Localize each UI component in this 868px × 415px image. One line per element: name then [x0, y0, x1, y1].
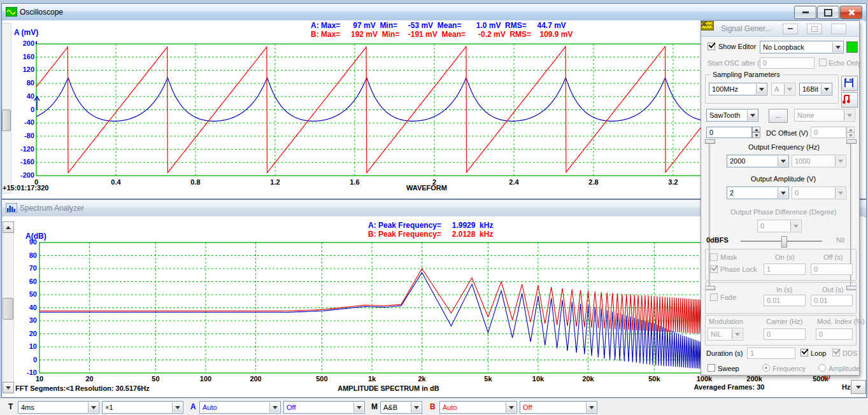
output-frequency-label: Output Frequency (Hz) — [748, 143, 820, 151]
tick-label: 60 — [15, 278, 37, 285]
duration-label: Duration (s) — [706, 349, 743, 357]
channel-a-probe-combo[interactable]: Off — [283, 401, 365, 414]
spectrum-averaged-frames: Averaged Frames: 30 — [678, 383, 780, 391]
combo-arrow-icon[interactable] — [747, 110, 757, 120]
combo-arrow-icon[interactable] — [778, 156, 788, 166]
dialog-minimize-button[interactable] — [783, 24, 798, 34]
combo-arrow-icon[interactable] — [269, 402, 280, 412]
out-s-label: Out (s) — [822, 286, 844, 293]
combo-arrow-icon[interactable] — [172, 402, 182, 412]
signal-generator-titlebar[interactable]: Signal Gener... — [701, 21, 859, 37]
start-osc-label: Start OSC after (s) — [708, 59, 765, 67]
combo-arrow-icon[interactable] — [353, 402, 364, 412]
amplitude-b-combo[interactable]: 0 — [792, 186, 846, 199]
phase-combo[interactable]: 0 — [757, 220, 802, 232]
spectrum-axis-dropdown-button[interactable] — [851, 380, 866, 394]
loopback-combo[interactable]: No Loopback — [760, 41, 844, 53]
combo-arrow-icon[interactable] — [778, 188, 788, 198]
phase-lock-label: Phase Lock — [720, 265, 757, 273]
sampling-channel-combo[interactable]: A — [771, 83, 795, 95]
tick-label: 10 — [15, 342, 37, 350]
duration-input[interactable]: 1 — [747, 348, 795, 359]
mask-checkbox[interactable] — [710, 253, 718, 261]
combo-arrow-icon[interactable] — [835, 188, 845, 198]
dc-offset-a-spinner[interactable] — [752, 127, 760, 138]
combo-arrow-icon[interactable] — [821, 84, 831, 94]
dc-offset-b-input[interactable]: 0 — [811, 127, 846, 138]
sweep-frequency-label: Frequency — [772, 365, 806, 372]
channel-b-probe-combo[interactable]: Off — [520, 401, 597, 414]
save-button[interactable] — [841, 76, 858, 91]
carrier-input[interactable]: 0 — [764, 328, 806, 340]
sampling-rate-combo[interactable]: 100MHz — [709, 83, 767, 95]
dc-offset-label: DC Offset (V) — [766, 129, 808, 137]
mode-combo[interactable]: A&B — [380, 401, 422, 414]
channel-b-range-combo[interactable]: Auto — [439, 401, 517, 414]
dialog-maximize-button[interactable] — [807, 24, 822, 34]
carrier-label: Carrier (Hz) — [766, 318, 802, 325]
fade-out-input[interactable]: 0.01 — [811, 295, 853, 306]
amplitude-slider-a-thumb[interactable] — [705, 139, 715, 144]
combo-arrow-icon[interactable] — [790, 221, 800, 231]
waveform-more-button[interactable]: ... — [769, 109, 788, 123]
waveform-b-combo[interactable]: None — [794, 109, 855, 122]
dc-offset-a-input[interactable]: 0 — [706, 127, 752, 138]
tick-label: 70 — [15, 264, 37, 272]
loop-checkbox[interactable] — [800, 349, 808, 356]
toolbar-a-label: A — [190, 402, 196, 411]
dbfs-slider-thumb[interactable] — [781, 236, 787, 248]
fade-in-input[interactable]: 0.01 — [764, 295, 806, 306]
note-tone-button[interactable] — [841, 92, 858, 108]
phase-lock-checkbox[interactable] — [710, 265, 718, 273]
tick-label: 5k — [469, 375, 507, 383]
combo-arrow-icon[interactable] — [411, 402, 421, 412]
echo-only-label: Echo Only — [829, 59, 861, 67]
tick-label: 30 — [15, 316, 37, 324]
radio-dot-icon — [765, 367, 767, 369]
tick-label: 0 — [15, 356, 37, 363]
start-osc-input[interactable]: 0 — [760, 57, 815, 69]
channel-a-range-combo[interactable]: Auto — [199, 401, 281, 414]
sweep-amplitude-radio[interactable] — [818, 364, 826, 372]
tick-label: 200k — [736, 375, 774, 383]
show-editor-checkbox[interactable] — [708, 43, 715, 50]
check-icon — [801, 347, 808, 354]
mod-index-input[interactable]: 0 — [816, 328, 853, 340]
amplitude-a-combo[interactable]: 2 — [727, 186, 789, 199]
spectrum-caption: AMPLITUDE SPECTRUM in dB — [287, 384, 490, 392]
multiplier-combo[interactable]: ×1 — [102, 401, 183, 414]
combo-arrow-icon[interactable] — [756, 84, 766, 94]
combo-arrow-icon[interactable] — [835, 156, 845, 166]
frequency-b-combo[interactable]: 1000 — [792, 155, 846, 167]
mask-off-input[interactable]: 0 — [811, 264, 853, 275]
dialog-close-button[interactable] — [831, 24, 846, 34]
combo-arrow-icon[interactable] — [586, 402, 596, 412]
run-indicator-button[interactable] — [846, 41, 858, 53]
mask-on-input[interactable]: 1 — [764, 264, 806, 275]
combo-arrow-icon[interactable] — [506, 402, 516, 412]
combo-arrow-icon[interactable] — [732, 329, 742, 339]
echo-only-checkbox[interactable] — [819, 59, 827, 66]
fade-checkbox[interactable] — [710, 293, 718, 301]
sampling-bits-combo[interactable]: 16Bit — [799, 83, 832, 95]
toolbar-m-label: M — [371, 402, 378, 411]
modulation-label: Modulation — [709, 318, 743, 325]
sweep-frequency-radio[interactable] — [762, 364, 770, 372]
timebase-combo[interactable]: 4ms — [18, 401, 99, 414]
dds-checkbox[interactable] — [832, 349, 840, 356]
tick-label: 50k — [635, 375, 673, 383]
tick-label: 100k — [685, 375, 723, 383]
dc-offset-b-spinner[interactable] — [846, 127, 855, 138]
combo-arrow-icon[interactable] — [88, 402, 98, 412]
combo-arrow-icon[interactable] — [784, 84, 794, 94]
sweep-amplitude-label: Amplitude — [829, 365, 860, 372]
amplitude-slider-b-thumb[interactable] — [846, 139, 857, 144]
toolbar-b-label: B — [430, 402, 436, 411]
sweep-checkbox[interactable] — [708, 364, 715, 372]
modulation-combo[interactable]: NIL — [708, 328, 743, 341]
waveform-a-combo[interactable]: SawTooth — [706, 109, 758, 122]
combo-arrow-icon[interactable] — [844, 110, 854, 120]
tick-label: 20k — [569, 375, 608, 383]
combo-arrow-icon[interactable] — [832, 42, 843, 52]
frequency-a-combo[interactable]: 2000 — [727, 155, 789, 167]
